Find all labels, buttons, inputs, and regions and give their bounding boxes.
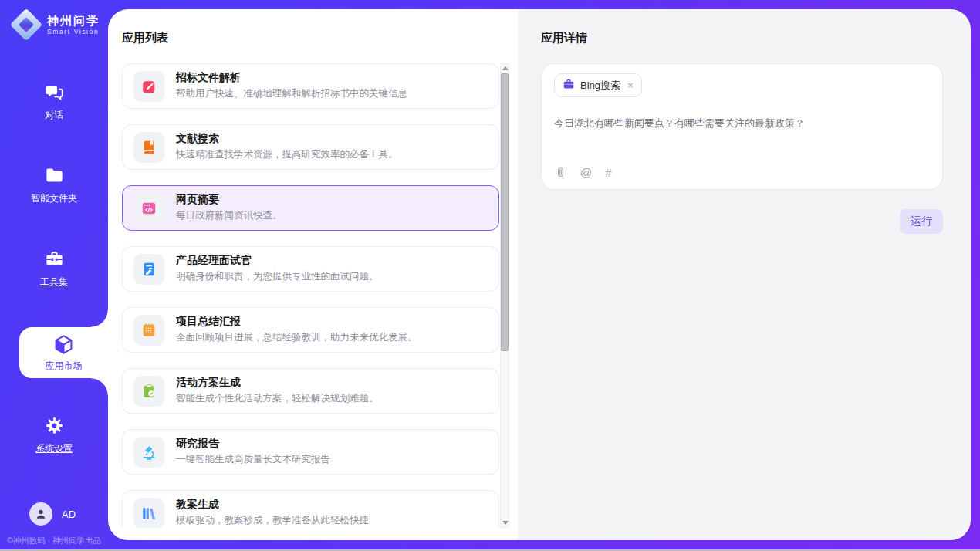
sidebar-item-label: 系统设置 <box>35 442 73 455</box>
brand-text: 神州问学 Smart Vision <box>47 14 100 36</box>
app-card-name: 活动方案生成 <box>176 377 379 388</box>
sidebar-item-label: 工具集 <box>40 276 68 289</box>
toolbox-icon <box>44 248 65 269</box>
app-list-title: 应用列表 <box>122 31 168 46</box>
attachment-toolbar: @# <box>554 165 612 180</box>
cube-icon <box>52 333 75 356</box>
app-detail-title: 应用详情 <box>541 31 587 46</box>
app-card-description: 明确身份和职责，为您提供专业性的面试问题。 <box>176 270 379 283</box>
app-card-description: 智能生成个性化活动方案，轻松解决规划难题。 <box>176 392 379 405</box>
app-list-panel: 应用列表 招标文件解析帮助用户快速、准确地理解和解析招标书中的关键信息文献搜索快… <box>108 9 518 540</box>
brand-diamond-icon <box>12 10 41 39</box>
app-card-text: 网页摘要每日政府新闻资讯快查。 <box>176 194 282 221</box>
app-card-text: 教案生成模板驱动，教案秒成，教学准备从此轻松快捷 <box>176 499 369 526</box>
sidebar-item-toolset[interactable]: 工具集 <box>0 248 108 289</box>
main-content: 应用列表 招标文件解析帮助用户快速、准确地理解和解析招标书中的关键信息文献搜索快… <box>108 9 971 540</box>
clipboard-check-icon <box>133 376 164 407</box>
app-card-name: 网页摘要 <box>176 194 282 205</box>
sidebar-item-chat[interactable]: 对话 <box>0 82 108 122</box>
notepad-icon <box>133 315 164 346</box>
books-icon <box>133 498 164 529</box>
sidebar-item-label: 应用市场 <box>46 360 83 373</box>
tool-chip-label: Bing搜索 <box>580 79 620 93</box>
app-card-text: 产品经理面试官明确身份和职责，为您提供专业性的面试问题。 <box>176 255 379 282</box>
app-card-description: 帮助用户快速、准确地理解和解析招标书中的关键信息 <box>176 87 407 100</box>
app-card-text: 活动方案生成智能生成个性化活动方案，轻松解决规划难题。 <box>176 377 379 404</box>
run-button[interactable]: 运行 <box>900 209 943 234</box>
edit-square-icon <box>133 71 164 102</box>
app-card-description: 全面回顾项目进展，总结经验教训，助力未来优化发展。 <box>176 331 417 344</box>
sidebar-item-label: 智能文件夹 <box>31 192 77 205</box>
app-window: 神州问学 Smart Vision 对话智能文件夹工具集应用市场系统设置 AD … <box>0 0 980 551</box>
app-card[interactable]: 网页摘要每日政府新闻资讯快查。 <box>122 185 499 231</box>
app-card-text: 研究报告一键智能生成高质量长文本研究报告 <box>176 438 330 465</box>
app-card-name: 文献搜索 <box>176 133 398 144</box>
app-card-description: 快速精准查找学术资源，提高研究效率的必备工具。 <box>176 148 398 161</box>
app-detail-panel: 应用详情 Bing搜索 × 今日湖北有哪些新闻要点？有哪些需要关注的最新政策？ … <box>518 9 971 540</box>
app-card[interactable]: 项目总结汇报全面回顾项目进展，总结经验教训，助力未来优化发展。 <box>122 307 499 353</box>
briefcase-icon <box>563 78 575 93</box>
user-profile[interactable]: AD <box>29 502 76 526</box>
app-card-text: 招标文件解析帮助用户快速、准确地理解和解析招标书中的关键信息 <box>176 72 407 100</box>
app-card-name: 研究报告 <box>176 438 330 449</box>
hash-icon[interactable]: # <box>605 167 611 178</box>
prompt-card: Bing搜索 × 今日湖北有哪些新闻要点？有哪些需要关注的最新政策？ @# <box>541 63 943 190</box>
scrollbar[interactable] <box>500 63 509 528</box>
app-card[interactable]: 招标文件解析帮助用户快速、准确地理解和解析招标书中的关键信息 <box>122 63 499 109</box>
copyright: ©神州数码 · 神州问学出品 <box>7 536 101 546</box>
app-card-text: 项目总结汇报全面回顾项目进展，总结经验教训，助力未来优化发展。 <box>176 316 417 343</box>
app-card[interactable]: 研究报告一键智能生成高质量长文本研究报告 <box>122 429 499 475</box>
app-list: 招标文件解析帮助用户快速、准确地理解和解析招标书中的关键信息文献搜索快速精准查找… <box>122 63 499 528</box>
app-card-name: 教案生成 <box>176 499 369 510</box>
query-text[interactable]: 今日湖北有哪些新闻要点？有哪些需要关注的最新政策？ <box>554 117 930 130</box>
app-card-description: 一键智能生成高质量长文本研究报告 <box>176 453 330 466</box>
brand-name: 神州问学 <box>47 14 100 29</box>
sidebar-item-settings[interactable]: 系统设置 <box>0 415 108 455</box>
microscope-icon <box>133 437 164 468</box>
mention-icon[interactable]: @ <box>580 167 592 178</box>
app-card-description: 每日政府新闻资讯快查。 <box>176 209 282 222</box>
app-card-name: 项目总结汇报 <box>176 316 417 327</box>
tab-notch-bottom <box>91 378 108 395</box>
sidebar-item-app-market[interactable]: 应用市场 <box>19 327 108 378</box>
book-icon <box>133 132 164 163</box>
document-pen-icon <box>133 254 164 285</box>
sidebar-item-label: 对话 <box>45 109 63 122</box>
brand-subtitle: Smart Vision <box>47 28 100 35</box>
app-card-name: 招标文件解析 <box>176 72 407 83</box>
run-row: 运行 <box>900 209 943 234</box>
brand-logo: 神州问学 Smart Vision <box>12 10 100 39</box>
app-card[interactable]: 活动方案生成智能生成个性化活动方案，轻松解决规划难题。 <box>122 368 499 414</box>
scrollbar-up-arrow-icon[interactable] <box>502 66 509 70</box>
app-card-description: 模板驱动，教案秒成，教学准备从此轻松快捷 <box>176 514 369 527</box>
chat-icon <box>44 82 65 103</box>
browser-code-icon <box>133 193 164 224</box>
app-card[interactable]: 教案生成模板驱动，教案秒成，教学准备从此轻松快捷 <box>122 490 499 528</box>
scrollbar-down-arrow-icon[interactable] <box>502 521 509 525</box>
folder-icon <box>44 165 65 186</box>
app-card-name: 产品经理面试官 <box>176 255 379 266</box>
app-card-text: 文献搜索快速精准查找学术资源，提高研究效率的必备工具。 <box>176 133 398 161</box>
user-initials: AD <box>62 509 76 520</box>
avatar[interactable] <box>29 502 52 526</box>
chip-close-icon[interactable]: × <box>627 79 634 91</box>
sidebar-item-smart-folders[interactable]: 智能文件夹 <box>0 165 108 205</box>
tool-chip[interactable]: Bing搜索 × <box>554 73 642 97</box>
sidebar: 神州问学 Smart Vision 对话智能文件夹工具集应用市场系统设置 AD … <box>0 0 108 551</box>
app-card[interactable]: 产品经理面试官明确身份和职责，为您提供专业性的面试问题。 <box>122 246 499 292</box>
paperclip-icon[interactable] <box>554 165 567 180</box>
gear-icon <box>44 415 65 436</box>
app-card[interactable]: 文献搜索快速精准查找学术资源，提高研究效率的必备工具。 <box>122 124 499 170</box>
scrollbar-thumb[interactable] <box>501 73 509 351</box>
tab-notch-top <box>91 310 108 327</box>
